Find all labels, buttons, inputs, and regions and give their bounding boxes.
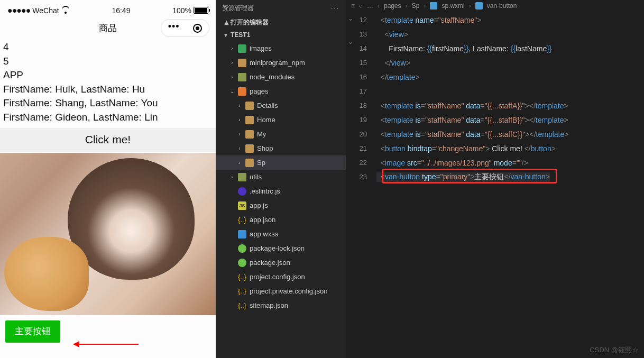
explorer-panel: 资源管理器 ··· ▶ 打开的编辑器 ▼ TEST1 ›images›minip… xyxy=(216,0,346,358)
tree-item[interactable]: ›Details xyxy=(216,98,346,113)
content-line: FirstName: Shang, LastName: You xyxy=(0,96,216,111)
tree-item[interactable]: ›miniprogram_npm xyxy=(216,56,346,70)
code-text[interactable] xyxy=(376,87,381,96)
tree-item-label: app.json xyxy=(250,216,275,224)
breadcrumb-item[interactable]: pages xyxy=(384,2,401,10)
breadcrumb-item[interactable]: van-button xyxy=(487,2,517,10)
code-text[interactable]: FirstName: {{firstName}}, LastName: {{la… xyxy=(376,44,552,53)
wifi-icon xyxy=(61,7,70,14)
tree-item[interactable]: ›Home xyxy=(216,113,346,127)
code-text[interactable]: <template name="staffName"> xyxy=(376,16,481,24)
code-text[interactable]: <template is="staffName" data="{{...staf… xyxy=(376,116,568,124)
breadcrumb-item[interactable]: sp.wxml xyxy=(441,2,464,10)
open-editors-section[interactable]: ▶ 打开的编辑器 xyxy=(216,16,346,29)
chevron-right-icon: › xyxy=(237,160,242,166)
folder-icon xyxy=(245,144,254,153)
page-title: 商品 xyxy=(99,22,117,34)
code-text[interactable]: <template is="staffName" data="{{...staf… xyxy=(376,130,568,139)
fold-gutter[interactable]: ⌄⌄ xyxy=(348,13,353,48)
tree-item[interactable]: ›My xyxy=(216,127,346,141)
tree-item-label: package-lock.json xyxy=(250,244,305,252)
primary-button[interactable]: 主要按钮 xyxy=(5,320,60,343)
content-line: 5 xyxy=(0,54,216,69)
click-me-button[interactable]: Click me! xyxy=(0,128,216,152)
tree-item[interactable]: package-lock.json xyxy=(216,241,346,255)
code-line[interactable]: 22 <image src="../../images/123.png" mod… xyxy=(346,155,644,170)
project-label: TEST1 xyxy=(231,31,250,39)
code-line[interactable]: 19 <template is="staffName" data="{{...s… xyxy=(346,113,644,127)
code-line[interactable]: 17 xyxy=(346,84,644,98)
carrier-label: WeChat xyxy=(32,6,59,15)
content-line: APP xyxy=(0,68,216,82)
project-section[interactable]: ▼ TEST1 xyxy=(216,29,346,41)
tree-item-label: sitemap.json xyxy=(250,301,288,309)
tree-item-label: node_modules xyxy=(250,73,295,81)
clock-label: 16:49 xyxy=(112,6,130,15)
page-body: 45APPFirstName: Hulk, LastName: HuFirstN… xyxy=(0,40,216,358)
folder-icon xyxy=(238,87,246,96)
tree-item-label: images xyxy=(250,44,272,52)
code-text[interactable]: <button bindtap="changeName"> Click me! … xyxy=(376,144,556,153)
content-line: FirstName: Gideon, LastName: Lin xyxy=(0,111,216,125)
code-text[interactable]: <image src="../../images/123.png" mode="… xyxy=(376,159,528,167)
code-text[interactable]: </template> xyxy=(376,73,420,81)
annotation-arrow-icon xyxy=(75,344,139,345)
tree-item[interactable]: ›Sp xyxy=(216,155,346,170)
line-number: 20 xyxy=(346,130,376,138)
file-icon: JS xyxy=(238,201,246,210)
explorer-header: 资源管理器 ··· xyxy=(216,0,346,16)
code-text[interactable]: <template is="staffName" data="{{...staf… xyxy=(376,102,568,110)
close-icon[interactable] xyxy=(193,24,202,33)
menu-icon[interactable]: ••• xyxy=(168,22,180,31)
tree-item[interactable]: {..}project.config.json xyxy=(216,270,346,284)
chevron-right-icon: › xyxy=(378,2,380,10)
code-line[interactable]: 14 FirstName: {{firstName}}, LastName: {… xyxy=(346,41,644,56)
code-line[interactable]: 13 <view> xyxy=(346,27,644,41)
tree-item[interactable]: ›utils xyxy=(216,170,346,184)
breadcrumb-item[interactable]: Sp xyxy=(412,2,420,10)
file-icon xyxy=(238,259,246,267)
line-number: 15 xyxy=(346,59,376,67)
code-editor[interactable]: ≡ ⟐ … ›pages›Sp›sp.wxml›van-button ⌄⌄ 12… xyxy=(346,0,644,358)
tree-item[interactable]: app.wxss xyxy=(216,227,346,241)
nav-bar: 商品 ••• xyxy=(0,16,216,40)
tree-item[interactable]: {..}app.json xyxy=(216,213,346,227)
tree-item[interactable]: ›images xyxy=(216,41,346,56)
tree-item[interactable]: {..}project.private.config.json xyxy=(216,284,346,298)
breadcrumbs[interactable]: ≡ ⟐ … ›pages›Sp›sp.wxml›van-button xyxy=(346,0,644,12)
more-icon[interactable]: … xyxy=(367,2,373,10)
folder-icon xyxy=(245,116,254,124)
chevron-right-icon: › xyxy=(229,45,235,51)
code-line[interactable]: 20 <template is="staffName" data="{{...s… xyxy=(346,127,644,141)
tree-item[interactable]: ⌄pages xyxy=(216,84,346,98)
overflow-icon[interactable]: ≡ xyxy=(351,2,355,10)
code-line[interactable]: 18 <template is="staffName" data="{{...s… xyxy=(346,98,644,113)
folder-icon xyxy=(238,173,246,181)
content-line: 4 xyxy=(0,40,216,54)
chevron-down-icon: ▼ xyxy=(223,32,228,38)
tree-item[interactable]: .eslintrc.js xyxy=(216,184,346,198)
battery-icon xyxy=(194,7,208,14)
tree-item[interactable]: ›node_modules xyxy=(216,70,346,84)
code-line[interactable]: 15 </view> xyxy=(346,56,644,70)
capsule[interactable]: ••• xyxy=(161,19,209,37)
tree-item[interactable]: JSapp.js xyxy=(216,198,346,213)
content-image xyxy=(0,153,216,315)
code-line[interactable]: 21 <button bindtap="changeName"> Click m… xyxy=(346,141,644,155)
code-text[interactable]: <view> xyxy=(376,30,408,39)
code-line[interactable]: 12 <template name="staffName"> xyxy=(346,13,644,27)
tree-item-label: Details xyxy=(257,102,278,109)
tree-item[interactable]: package.json xyxy=(216,255,346,270)
file-icon: {..} xyxy=(238,301,246,310)
code-text[interactable]: </view> xyxy=(376,59,410,67)
annotation-highlight xyxy=(382,169,557,183)
chevron-down-icon: ⌄ xyxy=(229,88,235,94)
signal-icon: ●●●●● xyxy=(7,6,30,15)
more-icon[interactable]: ··· xyxy=(331,4,339,12)
tree-item[interactable]: ›Shop xyxy=(216,141,346,155)
tree-item-label: project.config.json xyxy=(250,273,305,281)
chevron-right-icon: › xyxy=(424,2,426,10)
tree-item[interactable]: {..}sitemap.json xyxy=(216,298,346,313)
bookmark-icon[interactable]: ⟐ xyxy=(359,2,363,10)
code-line[interactable]: 16 </template> xyxy=(346,70,644,84)
